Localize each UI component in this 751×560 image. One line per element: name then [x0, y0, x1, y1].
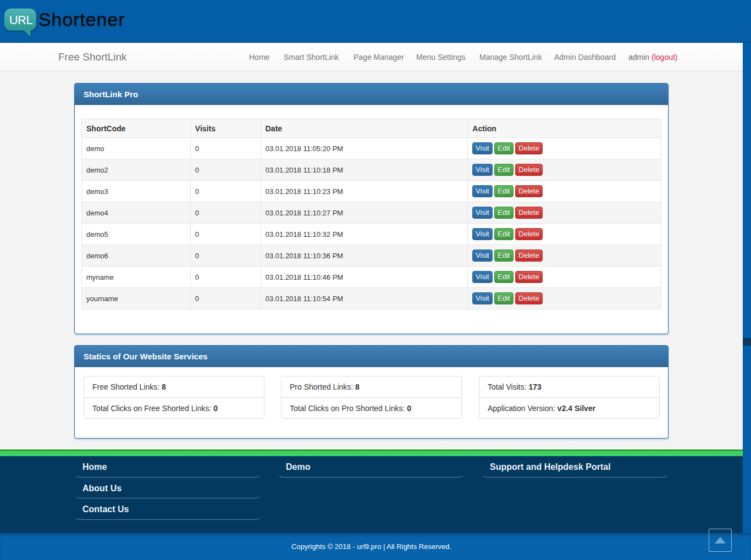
svg-text:URL: URL [9, 13, 33, 27]
